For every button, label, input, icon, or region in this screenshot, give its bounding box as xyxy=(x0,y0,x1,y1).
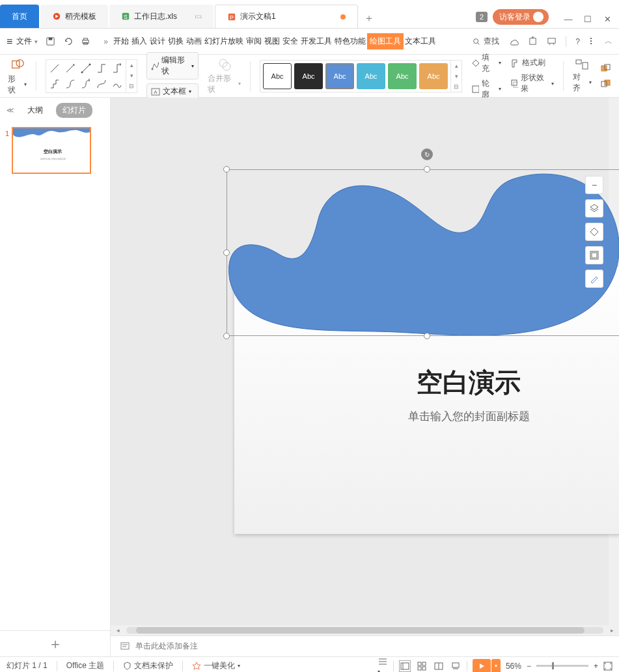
zoom-out-button[interactable]: − xyxy=(527,662,531,671)
resize-handle-bl[interactable] xyxy=(223,333,230,339)
qat-more-icon[interactable]: » xyxy=(101,37,111,46)
file-tab-2-active[interactable]: P 演示文稿1 xyxy=(215,5,358,28)
maximize-button[interactable]: ☐ xyxy=(579,12,597,25)
tab-text-tools[interactable]: 文本工具 xyxy=(404,33,437,49)
align-icon[interactable] xyxy=(575,59,589,70)
resize-handle-tm[interactable] xyxy=(424,166,430,173)
play-dropdown-button[interactable]: ▾ xyxy=(491,659,501,673)
help-icon[interactable]: ? xyxy=(575,37,580,46)
bring-forward-icon[interactable] xyxy=(601,64,611,73)
undo-button[interactable] xyxy=(63,36,73,46)
slide-title[interactable]: 空白演示 xyxy=(234,365,619,400)
tab-insert[interactable]: 插入 xyxy=(130,33,148,49)
slide-thumb-1[interactable]: 1 空白演示单击此处输入您的封面副标题 xyxy=(3,127,107,174)
style-6[interactable]: Abc xyxy=(419,63,448,89)
send-backward-icon[interactable] xyxy=(601,79,611,89)
frame-tool[interactable] xyxy=(585,246,603,264)
line-5[interactable] xyxy=(110,61,124,76)
beautify-button[interactable]: 一键美化▾ xyxy=(192,660,240,671)
style-down-button[interactable]: ▾ xyxy=(451,71,461,81)
shape-icon[interactable] xyxy=(10,57,25,72)
gallery-more-button[interactable]: ⊟ xyxy=(126,81,137,91)
fill-button[interactable]: 填充▾ xyxy=(471,52,501,74)
line-2[interactable] xyxy=(63,61,77,76)
tab-security[interactable]: 安全 xyxy=(281,33,299,49)
zoom-slider[interactable] xyxy=(536,665,588,667)
gallery-down-button[interactable]: ▾ xyxy=(126,70,137,81)
tab-devtools[interactable]: 开发工具 xyxy=(299,33,333,49)
close-button[interactable]: ✕ xyxy=(598,12,616,25)
shape-effect-button[interactable]: 形状效果▾ xyxy=(510,72,554,94)
zoom-slider-thumb[interactable] xyxy=(552,662,554,669)
minimize-button[interactable]: — xyxy=(559,12,577,25)
outline-button[interactable]: 轮廓▾ xyxy=(471,78,501,100)
notes-view-button[interactable] xyxy=(450,660,461,672)
search-button[interactable]: 查找 xyxy=(472,36,499,47)
style-3[interactable]: Abc xyxy=(325,63,354,89)
zoom-level[interactable]: 56% xyxy=(506,662,521,671)
selected-shape[interactable]: ↻ xyxy=(227,169,619,336)
tab-special[interactable]: 特色功能 xyxy=(333,33,367,49)
zoom-out-tool[interactable]: − xyxy=(585,176,603,194)
home-tab[interactable]: 首页 xyxy=(0,5,39,28)
collapse-panel-icon[interactable]: ≪ xyxy=(7,106,14,115)
hscroll-left-button[interactable]: ◂ xyxy=(113,626,122,635)
gallery-up-button[interactable]: ▴ xyxy=(126,60,137,70)
line-4[interactable] xyxy=(94,61,109,76)
notes-bar[interactable]: 单击此处添加备注 xyxy=(111,636,619,656)
line-9[interactable] xyxy=(94,77,109,91)
notification-badge[interactable]: 2 xyxy=(476,12,488,22)
tab-design[interactable]: 设计 xyxy=(148,33,167,49)
style-more-button[interactable]: ⊟ xyxy=(451,81,461,92)
settings-icon[interactable]: ⠇ xyxy=(589,36,596,47)
slide-thumbnail[interactable]: 空白演示单击此处输入您的封面副标题 xyxy=(12,127,91,174)
login-button[interactable]: 访客登录 xyxy=(493,9,549,25)
template-tab[interactable]: 稻壳模板 xyxy=(40,5,108,28)
cloud-sync-icon[interactable] xyxy=(508,36,519,47)
line-3[interactable] xyxy=(79,61,93,76)
add-slide-button[interactable]: ＋ xyxy=(48,634,62,654)
style-4[interactable]: Abc xyxy=(357,63,385,89)
slides-tab[interactable]: 幻灯片 xyxy=(56,103,92,118)
layers-tool[interactable] xyxy=(585,199,603,217)
tab-drawing-tools[interactable]: 绘图工具 xyxy=(367,33,404,49)
save-button[interactable] xyxy=(46,36,55,46)
align-dropdown[interactable]: 对齐▾ xyxy=(573,72,592,94)
protect-status[interactable]: 文档未保护 xyxy=(123,660,173,671)
theme-label[interactable]: Office 主题 xyxy=(66,660,104,671)
hscroll-track[interactable] xyxy=(126,627,603,634)
resize-handle-bm[interactable] xyxy=(424,333,430,339)
tab-animation[interactable]: 动画 xyxy=(185,33,203,49)
resize-handle-tl[interactable] xyxy=(223,166,230,173)
collapse-ribbon-icon[interactable]: ︿ xyxy=(605,36,612,47)
fit-screen-button[interactable] xyxy=(603,662,612,671)
line-gallery[interactable] xyxy=(46,59,126,93)
style-5[interactable]: Abc xyxy=(388,63,417,89)
style-2[interactable]: Abc xyxy=(294,63,323,89)
hamburger-icon[interactable]: ≡ xyxy=(7,36,12,48)
line-8[interactable] xyxy=(79,77,93,91)
edit-shape-button[interactable]: 编辑形状▾ xyxy=(146,52,199,79)
tab-start[interactable]: 开始 xyxy=(112,33,130,49)
file-menu[interactable]: 文件 ▾ xyxy=(16,36,38,47)
tab-transition[interactable]: 切换 xyxy=(167,33,185,49)
line-spacing-icon[interactable]: ▾ xyxy=(378,657,388,673)
zoom-in-button[interactable]: + xyxy=(594,662,598,671)
reading-view-button[interactable] xyxy=(433,660,445,672)
play-slideshow-button[interactable] xyxy=(473,659,491,673)
share-icon[interactable] xyxy=(528,36,538,46)
rotate-handle[interactable]: ↻ xyxy=(421,148,433,160)
line-7[interactable] xyxy=(63,77,77,91)
style-up-button[interactable]: ▴ xyxy=(451,61,461,71)
line-6[interactable] xyxy=(48,77,62,91)
line-1[interactable] xyxy=(48,61,62,76)
format-painter-button[interactable]: 格式刷 xyxy=(510,57,554,68)
line-10[interactable] xyxy=(110,77,124,91)
hscroll-thumb[interactable] xyxy=(136,627,585,634)
shape-dropdown[interactable]: 形状▾ xyxy=(8,74,27,96)
resize-handle-ml[interactable] xyxy=(223,249,230,256)
file-tab-1[interactable]: S 工作日志.xls ▭ xyxy=(109,5,213,28)
shape-tool[interactable] xyxy=(585,223,603,241)
pen-tool[interactable] xyxy=(585,270,603,288)
style-1[interactable]: Abc xyxy=(263,63,292,89)
